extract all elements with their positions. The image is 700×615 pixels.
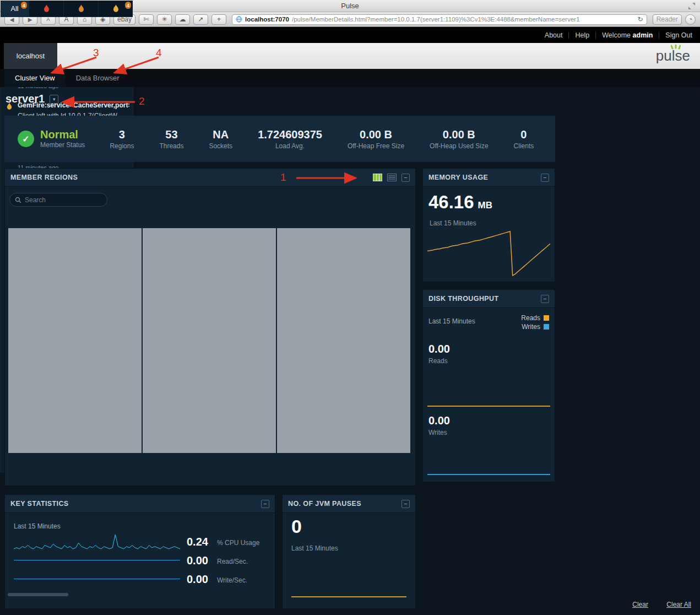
sign-out-link[interactable]: Sign Out	[665, 31, 692, 39]
top-sites-button[interactable]: ◔	[685, 14, 696, 25]
region-block[interactable]	[143, 228, 276, 453]
jvm-chart-line	[291, 596, 406, 597]
cloud-icon[interactable]: ☁	[175, 14, 190, 25]
collapse-icon[interactable]: −	[541, 295, 549, 303]
alert-tab-critical[interactable]	[29, 1, 64, 17]
jvm-pauses-panel: NO. OF JVM PAUSES − 0 Last 15 Minutes	[282, 494, 416, 609]
stat-offheap-used: 0.00 BOff-Heap Used Size	[417, 128, 501, 150]
horizontal-scrollbar[interactable]	[8, 593, 68, 596]
app-header: pulse localhost	[0, 43, 700, 69]
refresh-icon[interactable]: ↻	[638, 15, 643, 23]
username: admin	[633, 31, 653, 39]
stat-threads: 53Threads	[146, 128, 196, 150]
collapse-icon[interactable]: −	[261, 500, 269, 508]
writes-sparkline	[14, 571, 180, 587]
status-check-icon: ✓	[18, 131, 34, 147]
stat-offheap-free: 0.00 BOff-Heap Free Size	[335, 128, 417, 150]
writes-legend-swatch	[544, 324, 549, 330]
reads-chart-line	[427, 406, 550, 407]
reads-label: Read/Sec.	[217, 558, 248, 565]
status-sublabel: Member Status	[40, 141, 85, 149]
member-dropdown-icon[interactable]: ▾	[50, 95, 58, 104]
writes-chart-line	[427, 474, 550, 475]
share-button[interactable]: ↗	[193, 14, 208, 25]
pulse-leaf-icon	[671, 44, 681, 50]
region-block[interactable]	[8, 228, 142, 453]
globe-icon	[236, 16, 242, 23]
disk-throughput-panel: DISK THROUGHPUT − Last 15 Minutes Reads …	[422, 289, 555, 482]
app-topbar: About Help Welcome admin Sign Out	[0, 27, 700, 43]
alert-tab-all[interactable]: All 4	[1, 1, 29, 17]
alert-count-badge: 4	[21, 2, 27, 9]
cpu-sparkline	[14, 533, 180, 550]
stat-load-avg: 1.724609375Load Avg.	[245, 128, 335, 150]
memory-usage-title: MEMORY USAGE	[428, 174, 488, 181]
reader-button[interactable]: Reader	[653, 14, 682, 25]
alert-tab-error[interactable]	[64, 1, 99, 17]
member-regions-panel: MEMBER REGIONS −	[4, 168, 416, 486]
region-treemap	[8, 228, 410, 453]
pulse-logo: pulse	[656, 47, 690, 64]
key-stats-caption: Last 15 Minutes	[14, 522, 61, 530]
fullscreen-icon[interactable]	[688, 3, 695, 9]
jvm-pauses-title: NO. OF JVM PAUSES	[288, 500, 361, 508]
memory-caption: Last 15 Minutes	[430, 219, 476, 227]
status-label: Normal	[40, 129, 85, 141]
collapse-icon[interactable]: −	[541, 174, 549, 182]
collapse-icon[interactable]: −	[401, 174, 410, 182]
help-link[interactable]: Help	[575, 31, 589, 39]
disk-writes-value: 0.00	[428, 414, 450, 427]
search-input[interactable]	[25, 196, 102, 204]
flame-yellow-icon	[112, 4, 120, 13]
alert-tab-warning[interactable]: 4	[99, 1, 133, 17]
pinwheel-icon[interactable]: ✳	[157, 14, 172, 25]
member-regions-search	[9, 193, 107, 207]
warning-count-badge: 4	[125, 2, 131, 9]
collapse-icon[interactable]: −	[401, 500, 410, 508]
search-icon	[15, 197, 21, 203]
disk-caption: Last 15 Minutes	[428, 317, 475, 325]
key-statistics-panel: KEY STATISTICS − Last 15 Minutes 0.24 % …	[4, 494, 275, 609]
clear-all-link-bottom[interactable]: Clear All	[666, 601, 691, 608]
memory-value: 46.16	[428, 192, 474, 213]
memory-usage-panel: MEMORY USAGE − 46.16 MB Last 15 Minutes	[422, 168, 555, 282]
disk-reads-label: Reads	[428, 357, 448, 365]
disk-reads-value: 0.00	[428, 343, 450, 355]
cpu-value: 0.24	[187, 536, 212, 548]
writes-label: Write/Sec.	[217, 576, 247, 584]
clipper-icon[interactable]: ✄	[139, 14, 154, 25]
jvm-pauses-caption: Last 15 Minutes	[291, 544, 338, 552]
memory-usage-chart	[427, 230, 550, 277]
reads-sparkline	[14, 552, 180, 569]
flame-orange-icon	[78, 4, 85, 13]
memory-unit: MB	[478, 200, 492, 211]
flame-red-icon	[43, 4, 50, 13]
member-name: server1	[6, 93, 45, 105]
member-heading: server1 ▾	[6, 93, 58, 105]
host-tab-localhost[interactable]: localhost	[4, 43, 57, 69]
annotation-label-2: 2	[139, 95, 145, 107]
url-host: localhost:7070	[245, 16, 289, 23]
member-status: ✓ Normal Member Status	[18, 129, 85, 149]
disk-legend: Reads Writes	[521, 314, 549, 331]
disk-throughput-title: DISK THROUGHPUT	[428, 295, 499, 303]
welcome-text: Welcome admin	[602, 31, 653, 39]
reads-value: 0.00	[187, 554, 212, 567]
member-status-bar: ✓ Normal Member Status 3Regions 53Thread…	[4, 116, 555, 162]
disk-writes-label: Writes	[428, 429, 447, 436]
new-tab-button[interactable]: +	[211, 14, 226, 25]
member-regions-title: MEMBER REGIONS	[10, 174, 78, 181]
tab-data-browser[interactable]: Data Browser	[66, 69, 130, 87]
list-view-icon[interactable]	[387, 174, 397, 181]
address-bar[interactable]: localhost:7070 /pulse/MemberDetails.html…	[232, 14, 647, 25]
alert-tabs: All 4 4	[1, 1, 133, 17]
tab-cluster-view[interactable]: Cluster View	[4, 69, 66, 87]
clear-link-bottom[interactable]: Clear	[632, 601, 648, 608]
app-tabs: Cluster View Data Browser	[0, 69, 700, 87]
jvm-pauses-value: 0	[291, 516, 302, 537]
treemap-view-icon[interactable]	[373, 174, 382, 181]
stat-clients: 0Clients	[501, 128, 547, 150]
region-block[interactable]	[277, 228, 410, 453]
writes-value: 0.00	[187, 573, 212, 586]
about-link[interactable]: About	[545, 31, 563, 39]
